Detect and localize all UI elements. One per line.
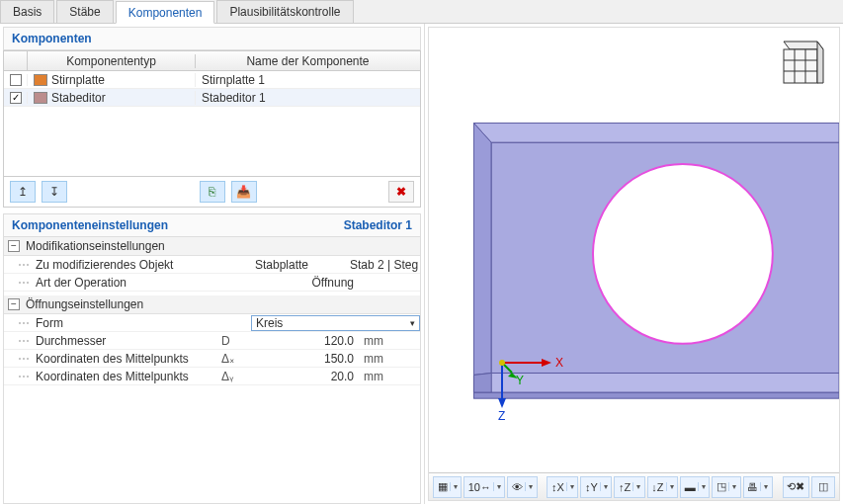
tab-stäbe[interactable]: Stäbe xyxy=(56,0,113,23)
param-value[interactable]: 20.0 xyxy=(251,370,360,383)
row-checkbox[interactable] xyxy=(10,92,22,104)
viewport-3d[interactable]: X Y Z xyxy=(429,28,839,470)
view-z-down-button[interactable]: ↓Z▾ xyxy=(647,476,678,498)
tab-komponenten[interactable]: Komponenten xyxy=(116,1,215,24)
param-unit: mm xyxy=(360,334,399,348)
param-symbol: Δᵧ xyxy=(221,370,251,383)
svg-point-24 xyxy=(499,360,505,366)
param-value: Stabplatte xyxy=(251,258,340,272)
color-swatch xyxy=(34,92,47,104)
settings-title-row: Komponenteneinstellungen Stabeditor 1 xyxy=(3,213,421,237)
chevron-down-icon: ▾ xyxy=(450,482,458,491)
orientation-cube[interactable] xyxy=(772,36,825,89)
view-x-button[interactable]: ↕X▾ xyxy=(547,476,578,498)
chevron-down-icon: ▾ xyxy=(666,482,674,491)
param-value[interactable]: 150.0 xyxy=(251,352,360,366)
components-table: Komponententyp Name der Komponente Stirn… xyxy=(3,50,421,177)
settings-row[interactable]: ⋯Koordinaten des MittelpunktsΔᵧ20.0mm xyxy=(4,368,420,385)
components-header: Komponententyp Name der Komponente xyxy=(4,51,420,71)
settings-row[interactable]: ⋯FormKreis▾ xyxy=(4,314,420,332)
import-button[interactable]: 📥 xyxy=(231,181,257,203)
chevron-down-icon: ▾ xyxy=(600,482,608,491)
chevron-down-icon: ▾ xyxy=(728,482,736,491)
chevron-down-icon: ▾ xyxy=(410,318,415,328)
param-label: Art der Operation xyxy=(34,276,221,290)
settings-group[interactable]: −Modifikationseinstellungen xyxy=(4,237,420,256)
param-unit: mm xyxy=(360,370,399,383)
component-row[interactable]: StabeditorStabeditor 1 xyxy=(4,89,420,107)
param-label: Zu modifizierendes Objekt xyxy=(34,258,221,272)
param-label: Durchmesser xyxy=(34,334,221,348)
render-mode-button[interactable]: ◳▾ xyxy=(712,476,740,498)
param-unit: mm xyxy=(360,352,399,366)
chevron-down-icon: ▾ xyxy=(493,482,501,491)
iso-view-button[interactable]: ▬▾ xyxy=(680,476,710,498)
param-value[interactable]: 120.0 xyxy=(251,334,360,348)
svg-marker-16 xyxy=(542,359,551,367)
view-x-icon: ↕X xyxy=(551,481,564,493)
settings-row[interactable]: ⋯Koordinaten des MittelpunktsΔₓ150.0mm xyxy=(4,350,420,368)
settings-tree: −Modifikationseinstellungen⋯Zu modifizie… xyxy=(3,237,421,504)
view-y-icon: ↕Y xyxy=(585,481,598,493)
svg-text:Z: Z xyxy=(498,409,505,422)
param-label: Koordinaten des Mittelpunkts xyxy=(34,352,221,366)
component-type: Stabeditor xyxy=(51,91,106,105)
param-extra: Stab 2 | Steg xyxy=(340,258,420,272)
component-name: Stirnplatte 1 xyxy=(196,73,420,87)
move-up-button[interactable]: ↥ xyxy=(10,181,36,203)
group-label: Modifikationseinstellungen xyxy=(26,239,165,253)
param-value[interactable]: Öffnung xyxy=(251,276,360,290)
render-mode-icon: ◳ xyxy=(717,480,726,493)
chevron-down-icon: ▾ xyxy=(632,482,640,491)
delete-button[interactable]: ✖ xyxy=(388,181,414,203)
col-name: Name der Komponente xyxy=(196,54,420,68)
view-y-button[interactable]: ↕Y▾ xyxy=(580,476,612,498)
zoom-factor-icon: 10↔ xyxy=(468,481,491,493)
new-window-button[interactable]: ◫ xyxy=(811,476,835,498)
chevron-down-icon: ▾ xyxy=(525,482,533,491)
tab-plausibilitätskontrolle[interactable]: Plausibilitätskontrolle xyxy=(216,0,353,23)
component-name: Stabeditor 1 xyxy=(196,91,420,105)
collapse-toggle[interactable]: − xyxy=(8,298,20,310)
components-toolbar: ↥ ↧ ⎘ 📥 ✖ xyxy=(3,177,421,208)
svg-marker-22 xyxy=(498,398,506,408)
move-down-button[interactable]: ↧ xyxy=(42,181,67,203)
view-z-up-icon: ↑Z xyxy=(619,481,631,493)
show-hide-icon: 👁 xyxy=(512,481,523,493)
left-panel: Komponenten Komponententyp Name der Komp… xyxy=(0,24,425,504)
display-mode-button[interactable]: ▦▾ xyxy=(433,476,462,498)
col-type: Komponententyp xyxy=(28,54,196,68)
settings-context: Stabeditor 1 xyxy=(344,218,412,232)
tab-bar: BasisStäbeKomponentenPlausibilitätskontr… xyxy=(0,0,843,24)
axis-triad: X Y Z xyxy=(482,343,571,425)
reset-view-button[interactable]: ⟲✖ xyxy=(783,476,809,498)
settings-row[interactable]: ⋯Art der OperationÖffnung xyxy=(4,274,420,292)
view-z-up-button[interactable]: ↑Z▾ xyxy=(614,476,644,498)
new-window-icon: ◫ xyxy=(818,480,828,493)
show-hide-button[interactable]: 👁▾ xyxy=(507,476,537,498)
tab-basis[interactable]: Basis xyxy=(0,0,54,23)
svg-marker-0 xyxy=(473,124,839,143)
settings-group[interactable]: −Öffnungseinstellungen xyxy=(4,295,420,314)
svg-marker-10 xyxy=(817,42,823,83)
zoom-factor-button[interactable]: 10↔▾ xyxy=(464,476,505,498)
chevron-down-icon: ▾ xyxy=(566,482,574,491)
settings-row[interactable]: ⋯Zu modifizierendes ObjektStabplatteStab… xyxy=(4,256,420,274)
viewport-panel: X Y Z ▦▾10↔▾👁▾↕X▾↕Y▾↑Z▾↓Z▾▬▾◳▾🖶▾⟲✖◫ xyxy=(428,27,840,501)
reset-view-icon: ⟲✖ xyxy=(787,480,804,493)
view-z-down-icon: ↓Z xyxy=(651,481,663,493)
view-toolbar: ▦▾10↔▾👁▾↕X▾↕Y▾↑Z▾↓Z▾▬▾◳▾🖶▾⟲✖◫ xyxy=(429,472,839,500)
row-checkbox[interactable] xyxy=(10,74,22,86)
group-label: Öffnungseinstellungen xyxy=(26,297,143,311)
settings-row[interactable]: ⋯DurchmesserD120.0mm xyxy=(4,332,420,350)
component-row[interactable]: StirnplatteStirnplatte 1 xyxy=(4,71,420,89)
param-symbol: D xyxy=(221,334,251,348)
svg-text:X: X xyxy=(555,356,563,370)
components-title: Komponenten xyxy=(3,27,421,50)
print-button[interactable]: 🖶▾ xyxy=(743,476,773,498)
copy-button[interactable]: ⎘ xyxy=(200,181,225,203)
collapse-toggle[interactable]: − xyxy=(8,240,20,252)
chevron-down-icon: ▾ xyxy=(760,482,768,491)
shape-dropdown[interactable]: Kreis▾ xyxy=(251,315,420,331)
svg-point-3 xyxy=(593,164,773,344)
